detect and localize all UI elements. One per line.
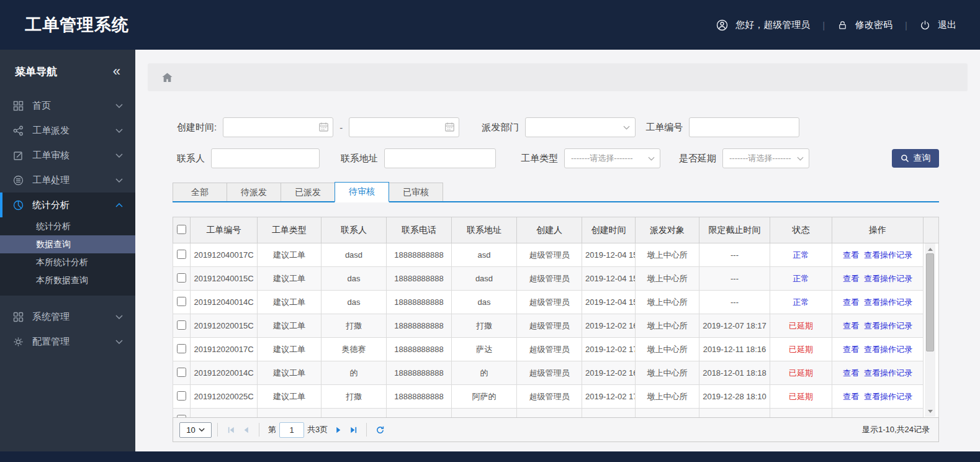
view-log-link[interactable]: 查看操作记录	[864, 368, 912, 378]
view-log-link[interactable]: 查看操作记录	[864, 321, 912, 330]
chevron-up-icon	[115, 203, 123, 207]
row-checkbox[interactable]	[177, 273, 186, 283]
tab-pending-review[interactable]: 待审核	[335, 182, 389, 202]
row-checkbox[interactable]	[177, 297, 186, 306]
submenu-item-data-query[interactable]: 数据查询	[0, 235, 135, 253]
create-time-end-wrap	[349, 117, 459, 137]
delay-select[interactable]: -------请选择-------	[722, 148, 809, 168]
col-order-type: 工单类型	[258, 217, 321, 243]
chevron-down-icon	[115, 104, 123, 108]
select-all-checkbox[interactable]	[177, 225, 186, 234]
scroll-down-arrow[interactable]	[925, 407, 935, 415]
sidebar-item-statistics[interactable]: 统计分析	[0, 192, 135, 217]
order-no-input[interactable]	[689, 117, 799, 137]
tab-all[interactable]: 全部	[173, 183, 227, 201]
chevron-down-icon	[115, 153, 123, 158]
create-time-end-input[interactable]	[349, 117, 459, 137]
view-link[interactable]: 查看	[843, 250, 859, 260]
view-link[interactable]: 查看	[843, 392, 859, 401]
cell-actions: 查看查看操作记录	[832, 243, 924, 267]
tab-dispatched[interactable]: 已派发	[281, 183, 335, 201]
view-link[interactable]: 查看	[843, 321, 859, 330]
tab-reviewed[interactable]: 已审核	[389, 183, 443, 201]
view-link[interactable]: 查看	[843, 297, 859, 307]
first-page-button[interactable]	[225, 424, 237, 436]
cell-phone: 18888888888	[387, 291, 452, 314]
view-log-link[interactable]: 查看操作记录	[864, 250, 912, 260]
submenu-item-statistics-analysis[interactable]: 统计分析	[0, 217, 135, 235]
submenu-item-local-statistics[interactable]: 本所统计分析	[0, 253, 135, 271]
cell-status: 已延期	[770, 338, 832, 361]
cell-target: 墩上中心所	[636, 338, 699, 361]
row-checkbox[interactable]	[177, 344, 186, 353]
tab-pending-dispatch[interactable]: 待派发	[227, 183, 281, 201]
address-label: 联系地址	[341, 153, 378, 165]
cell-actions: 查看查看操作记录	[832, 385, 924, 409]
cell-deadline: ---	[699, 243, 770, 267]
cell-address	[452, 409, 517, 418]
cell-phone: 18888888888	[387, 338, 452, 361]
sidebar-item-process[interactable]: 工单处理	[0, 168, 135, 192]
cell-contact: das	[321, 267, 387, 291]
view-link[interactable]: 查看	[843, 274, 859, 283]
cell-address: 打撒	[452, 314, 517, 338]
order-type-select[interactable]: -------请选择-------	[564, 148, 660, 168]
logout-button[interactable]: 退出	[920, 19, 956, 31]
user-greeting[interactable]: 您好，超级管理员	[716, 19, 810, 31]
row-checkbox[interactable]	[177, 415, 186, 418]
search-button[interactable]: 查询	[892, 149, 939, 168]
chevron-down-icon	[623, 125, 630, 130]
row-checkbox-cell	[173, 338, 191, 361]
calendar-icon[interactable]	[444, 122, 455, 132]
table-row: 201912020025C 建议工单 打撒 18888888888 阿萨的 超级…	[173, 385, 940, 409]
next-page-button[interactable]	[332, 424, 344, 436]
view-log-link[interactable]: 查看操作记录	[864, 392, 912, 401]
row-checkbox[interactable]	[177, 368, 186, 377]
view-link[interactable]: 查看	[843, 345, 859, 354]
collapse-sidebar-button[interactable]: «	[113, 65, 120, 78]
sidebar-item-config[interactable]: 配置管理	[0, 329, 135, 354]
row-checkbox[interactable]	[177, 391, 186, 401]
refresh-button[interactable]	[374, 424, 386, 436]
cell-address: asd	[452, 243, 517, 267]
view-link[interactable]: 查看	[843, 368, 859, 378]
cell-contact	[321, 409, 387, 418]
table-scrollbar[interactable]	[925, 243, 935, 417]
cell-order-type	[258, 409, 321, 418]
page-size-select[interactable]: 10	[179, 422, 212, 438]
sidebar-item-review[interactable]: 工单审核	[0, 143, 135, 168]
dispatch-dept-select[interactable]	[525, 117, 636, 137]
sidebar-item-system[interactable]: 系统管理	[0, 304, 135, 329]
scroll-up-arrow[interactable]	[925, 245, 935, 253]
cell-target: 墩上中心所	[636, 291, 699, 314]
cell-target	[636, 409, 699, 418]
cell-contact: 打撒	[321, 385, 387, 409]
page-number-input[interactable]	[279, 422, 304, 438]
cell-order-type: 建议工单	[258, 267, 321, 291]
last-page-button[interactable]	[347, 424, 359, 436]
cell-actions	[832, 409, 924, 418]
table-row: 201912020015C 建议工单 打撒 18888888888 打撒 超级管…	[173, 314, 940, 338]
view-log-link[interactable]: 查看操作记录	[864, 297, 912, 307]
row-checkbox[interactable]	[177, 320, 186, 330]
search-button-label: 查询	[914, 153, 931, 164]
create-time-start-input[interactable]	[223, 117, 333, 137]
address-input[interactable]	[384, 148, 496, 168]
view-log-link[interactable]: 查看操作记录	[864, 345, 912, 354]
sidebar-item-home[interactable]: 首页	[0, 93, 135, 118]
cell-actions: 查看查看操作记录	[832, 314, 924, 338]
cell-target: 墩上中心所	[636, 361, 699, 385]
home-icon[interactable]	[161, 72, 173, 83]
view-log-link[interactable]: 查看操作记录	[864, 274, 912, 283]
prev-page-button[interactable]	[240, 424, 252, 436]
calendar-icon[interactable]	[318, 122, 329, 132]
scrollbar-thumb[interactable]	[926, 253, 934, 351]
contact-input[interactable]	[211, 148, 320, 168]
share-icon	[12, 125, 24, 136]
row-checkbox[interactable]	[177, 250, 186, 259]
submenu-item-local-data-query[interactable]: 本所数据查询	[0, 271, 135, 289]
sidebar-item-dispatch[interactable]: 工单派发	[0, 118, 135, 143]
row-checkbox-cell	[173, 243, 191, 267]
cell-deadline: ---	[699, 291, 770, 314]
change-password-button[interactable]: 修改密码	[837, 19, 892, 31]
